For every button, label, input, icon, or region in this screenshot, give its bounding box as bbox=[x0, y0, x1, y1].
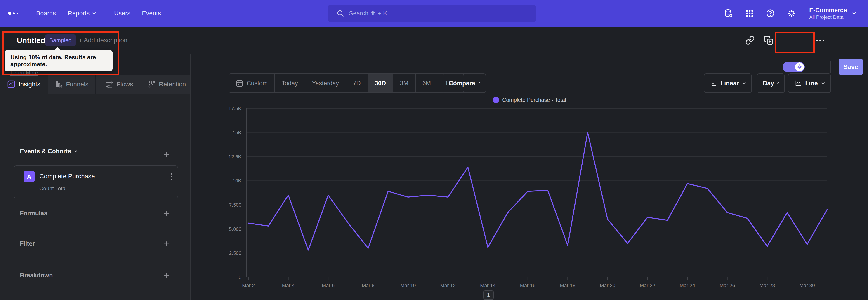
report-title[interactable]: Untitled bbox=[17, 27, 45, 54]
copy-to-board-icon[interactable] bbox=[761, 27, 776, 54]
event-metric[interactable]: Count Total bbox=[39, 185, 67, 192]
more-options-button[interactable] bbox=[815, 27, 825, 54]
svg-text:17.5K: 17.5K bbox=[228, 106, 242, 111]
svg-text:15K: 15K bbox=[232, 130, 241, 136]
svg-text:Mar 10: Mar 10 bbox=[400, 282, 416, 288]
learn-more-link[interactable]: Learn More bbox=[10, 70, 38, 76]
svg-text:Mar 12: Mar 12 bbox=[440, 282, 456, 288]
svg-text:Mar 30: Mar 30 bbox=[799, 282, 815, 288]
filter-header: Filter bbox=[20, 240, 35, 247]
svg-text:Mar 6: Mar 6 bbox=[322, 282, 335, 288]
svg-text:Mar 24: Mar 24 bbox=[680, 282, 695, 288]
tab-retention[interactable]: Retention bbox=[143, 75, 191, 94]
event-letter-badge: A bbox=[24, 171, 35, 182]
svg-text:Mar 18: Mar 18 bbox=[560, 282, 575, 288]
svg-text:10K: 10K bbox=[232, 178, 241, 184]
data-management-icon[interactable] bbox=[721, 0, 735, 27]
sampling-tooltip-text: Using 10% of data. Results are approxima… bbox=[10, 54, 113, 68]
breakdown-header: Breakdown bbox=[20, 272, 53, 279]
chevron-down-icon bbox=[74, 149, 77, 152]
svg-text:Mar 4: Mar 4 bbox=[282, 282, 294, 288]
nav-item-reports[interactable]: Reports bbox=[68, 0, 95, 27]
report-title-bar: Untitled Sampled + Add description... Sa… bbox=[0, 27, 868, 54]
copy-link-icon[interactable] bbox=[743, 27, 757, 54]
flows-icon bbox=[105, 80, 114, 88]
line-chart: 02,5005,0007,50010K12.5K15K17.5KMar 2Mar… bbox=[191, 54, 868, 300]
svg-text:5,000: 5,000 bbox=[229, 226, 241, 232]
svg-text:Mar 2: Mar 2 bbox=[242, 282, 255, 288]
chevron-down-icon bbox=[852, 11, 856, 14]
tab-flows[interactable]: Flows bbox=[95, 75, 143, 94]
svg-text:7,500: 7,500 bbox=[229, 202, 241, 208]
insights-icon bbox=[7, 80, 16, 88]
funnels-icon bbox=[55, 80, 63, 88]
project-selector[interactable]: E-Commerce All Project Data bbox=[809, 0, 855, 27]
project-name: E-Commerce bbox=[809, 6, 847, 14]
events-cohorts-header[interactable]: Events & Cohorts bbox=[20, 148, 77, 155]
svg-text:Mar 22: Mar 22 bbox=[640, 282, 655, 288]
retention-icon bbox=[148, 80, 156, 88]
svg-text:Mar 16: Mar 16 bbox=[520, 282, 535, 288]
top-nav: Boards Reports Users Events Search ⌘ + K bbox=[0, 0, 868, 27]
pagination-page-1[interactable]: 1 bbox=[483, 290, 494, 300]
nav-item-events[interactable]: Events bbox=[142, 0, 161, 27]
search-icon bbox=[336, 9, 344, 18]
svg-text:Mar 8: Mar 8 bbox=[362, 282, 375, 288]
chevron-down-icon bbox=[92, 11, 96, 14]
svg-text:Mar 14: Mar 14 bbox=[480, 282, 495, 288]
event-name: Complete Purchase bbox=[39, 173, 95, 180]
svg-text:2,500: 2,500 bbox=[229, 250, 241, 256]
add-event-button[interactable]: + bbox=[160, 150, 173, 160]
search-input[interactable]: Search ⌘ + K bbox=[328, 4, 536, 22]
svg-text:Mar 26: Mar 26 bbox=[719, 282, 735, 288]
event-card[interactable]: A Complete Purchase Count Total bbox=[13, 166, 178, 199]
nav-item-users[interactable]: Users bbox=[114, 0, 130, 27]
mixpanel-logo-icon[interactable] bbox=[8, 0, 18, 27]
query-builder-panel: Events & Cohorts + A Complete Purchase C… bbox=[0, 94, 190, 300]
add-breakdown-button[interactable]: + bbox=[160, 271, 173, 280]
tab-funnels[interactable]: Funnels bbox=[48, 75, 95, 94]
apps-grid-icon[interactable] bbox=[743, 0, 756, 27]
mixpanel-insights-page: Boards Reports Users Events Search ⌘ + K bbox=[0, 0, 868, 300]
search-placeholder: Search ⌘ + K bbox=[349, 10, 387, 17]
add-formula-button[interactable]: + bbox=[160, 208, 173, 218]
project-scope: All Project Data bbox=[809, 14, 847, 20]
svg-text:12.5K: 12.5K bbox=[228, 154, 242, 160]
add-filter-button[interactable]: + bbox=[160, 239, 173, 249]
svg-text:Mar 28: Mar 28 bbox=[760, 282, 775, 288]
formulas-header: Formulas bbox=[20, 210, 48, 217]
svg-text:Mar 20: Mar 20 bbox=[600, 282, 615, 288]
query-builder-sidebar: Insights Funnels Flows bbox=[0, 54, 191, 300]
sampling-tooltip: Using 10% of data. Results are approxima… bbox=[4, 50, 113, 71]
report-type-tabs: Insights Funnels Flows bbox=[0, 75, 190, 94]
event-options-button[interactable] bbox=[167, 171, 176, 182]
settings-gear-icon[interactable] bbox=[785, 0, 798, 27]
add-description-field[interactable]: + Add description... bbox=[79, 27, 133, 54]
nav-item-boards[interactable]: Boards bbox=[36, 0, 56, 27]
help-icon[interactable] bbox=[764, 0, 777, 27]
sampled-badge[interactable]: Sampled bbox=[45, 34, 76, 46]
svg-text:0: 0 bbox=[239, 274, 241, 280]
tab-insights[interactable]: Insights bbox=[0, 75, 48, 94]
